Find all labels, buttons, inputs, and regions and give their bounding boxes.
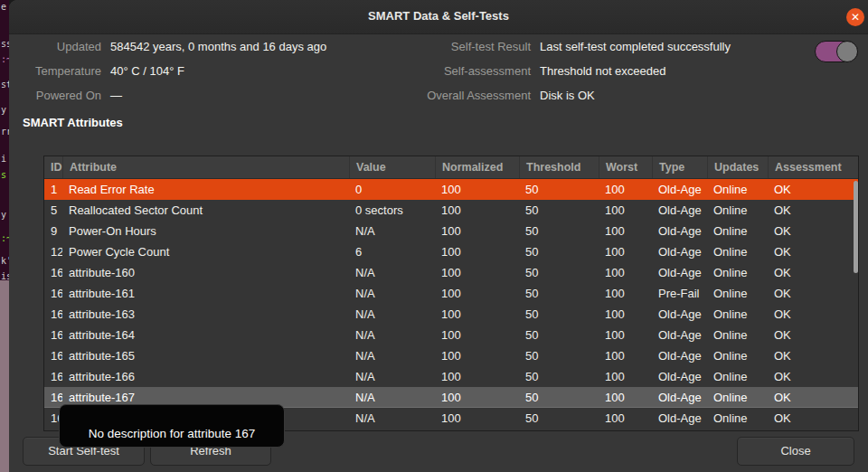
smart-attributes-heading: SMART Attributes bbox=[23, 116, 123, 129]
cell-attribute: attribute-160 bbox=[62, 262, 349, 283]
cell-worst: 100 bbox=[599, 200, 652, 221]
cell-id: 165 bbox=[44, 345, 62, 366]
col-header-threshold[interactable]: Threshold bbox=[519, 156, 599, 178]
close-icon[interactable]: ✕ bbox=[846, 8, 864, 26]
close-button[interactable]: Close bbox=[737, 437, 854, 466]
cell-id: 5 bbox=[44, 200, 62, 221]
cell-id: 161 bbox=[44, 283, 62, 304]
cell-assessment: OK bbox=[768, 241, 858, 262]
cell-worst: 100 bbox=[599, 366, 652, 387]
self-assessment-value: Threshold not exceeded bbox=[540, 64, 811, 78]
col-header-type[interactable]: Type bbox=[652, 156, 707, 178]
table-row[interactable]: 164 attribute-164 N/A 100 50 100 Old-Age… bbox=[44, 325, 858, 345]
smart-enabled-toggle[interactable] bbox=[815, 41, 858, 62]
cell-assessment: OK bbox=[768, 304, 858, 325]
cell-id: 164 bbox=[44, 325, 62, 345]
cell-assessment: OK bbox=[768, 179, 858, 200]
cell-threshold: 50 bbox=[519, 325, 599, 345]
table-row[interactable]: 5 Reallocated Sector Count 0 sectors 100… bbox=[44, 200, 858, 221]
cell-updates: Online bbox=[707, 304, 768, 325]
cell-worst: 100 bbox=[599, 304, 652, 325]
cell-updates: Online bbox=[707, 408, 768, 429]
cell-assessment: OK bbox=[768, 200, 858, 221]
cell-worst: 100 bbox=[599, 221, 652, 241]
cell-updates: Online bbox=[707, 366, 768, 387]
smart-attributes-table: ID Attribute Value Normalized Threshold … bbox=[43, 156, 859, 431]
col-header-normalized[interactable]: Normalized bbox=[435, 156, 519, 178]
col-header-attribute[interactable]: Attribute bbox=[62, 156, 349, 178]
col-header-id[interactable]: ID bbox=[44, 156, 62, 178]
cell-worst: 100 bbox=[599, 345, 652, 366]
cell-value: N/A bbox=[349, 366, 435, 387]
toggle-knob bbox=[836, 41, 858, 62]
cell-attribute: Reallocated Sector Count bbox=[62, 200, 349, 221]
cell-id: 12 bbox=[44, 241, 62, 262]
cell-updates: Online bbox=[707, 262, 768, 283]
cell-type: Old-Age bbox=[652, 179, 707, 200]
temperature-label: Temperature bbox=[11, 64, 101, 78]
cell-assessment: OK bbox=[768, 325, 858, 345]
cell-type: Old-Age bbox=[652, 408, 707, 429]
cell-threshold: 50 bbox=[519, 179, 599, 200]
cell-value: 6 bbox=[349, 241, 435, 262]
table-row[interactable]: 161 attribute-161 N/A 100 50 100 Pre-Fai… bbox=[44, 283, 858, 304]
overall-assessment-value: Disk is OK bbox=[540, 89, 811, 102]
cell-assessment: OK bbox=[768, 387, 858, 407]
cell-threshold: 50 bbox=[519, 262, 599, 283]
cell-assessment: OK bbox=[768, 366, 858, 387]
smart-dialog: SMART Data & Self-Tests ✕ Updated 584542… bbox=[9, 0, 868, 472]
cell-value: N/A bbox=[349, 283, 435, 304]
terminal-text-fragment: y bbox=[1, 105, 6, 116]
table-row[interactable]: 9 Power-On Hours N/A 100 50 100 Old-Age … bbox=[44, 221, 858, 241]
table-row[interactable]: 12 Power Cycle Count 6 100 50 100 Old-Ag… bbox=[44, 241, 858, 262]
cell-type: Old-Age bbox=[652, 387, 707, 407]
cell-updates: Online bbox=[707, 179, 768, 200]
table-row[interactable]: 166 attribute-166 N/A 100 50 100 Old-Age… bbox=[44, 366, 858, 387]
table-scrollbar[interactable] bbox=[854, 181, 858, 273]
cell-threshold: 50 bbox=[519, 387, 599, 407]
cell-value: 0 bbox=[349, 179, 435, 200]
background-wallpaper bbox=[0, 280, 9, 472]
cell-value: 0 sectors bbox=[349, 200, 435, 221]
cell-type: Old-Age bbox=[652, 241, 707, 262]
col-header-value[interactable]: Value bbox=[349, 156, 435, 178]
col-header-assessment[interactable]: Assessment bbox=[768, 156, 858, 178]
cell-worst: 100 bbox=[599, 283, 652, 304]
terminal-text-fragment: i bbox=[1, 154, 6, 165]
cell-worst: 100 bbox=[599, 179, 652, 200]
cell-normalized: 100 bbox=[435, 241, 519, 262]
cell-attribute: Power Cycle Count bbox=[62, 241, 349, 262]
cell-id: 167 bbox=[44, 387, 62, 407]
cell-normalized: 100 bbox=[435, 387, 519, 407]
cell-assessment: OK bbox=[768, 283, 858, 304]
titlebar[interactable]: SMART Data & Self-Tests ✕ bbox=[9, 0, 868, 34]
cell-value: N/A bbox=[349, 325, 435, 345]
cell-type: Old-Age bbox=[652, 325, 707, 345]
cell-type: Old-Age bbox=[652, 304, 707, 325]
cell-threshold: 50 bbox=[519, 366, 599, 387]
terminal-text-fragment: y bbox=[1, 210, 6, 221]
cell-assessment: OK bbox=[768, 345, 858, 366]
terminal-text-fragment: e bbox=[1, 2, 6, 13]
table-row[interactable]: 165 attribute-165 N/A 100 50 100 Old-Age… bbox=[44, 345, 858, 366]
cell-value: N/A bbox=[349, 345, 435, 366]
selftest-result-label: Self-test Result bbox=[362, 40, 531, 53]
cell-threshold: 50 bbox=[519, 283, 599, 304]
col-header-worst[interactable]: Worst bbox=[599, 156, 652, 178]
cell-assessment: OK bbox=[768, 408, 858, 429]
cell-id: 160 bbox=[44, 262, 62, 283]
table-row[interactable]: 163 attribute-163 N/A 100 50 100 Old-Age… bbox=[44, 304, 858, 325]
cell-type: Old-Age bbox=[652, 221, 707, 241]
table-row[interactable]: 1 Read Error Rate 0 100 50 100 Old-Age O… bbox=[44, 179, 858, 200]
cell-value: N/A bbox=[349, 408, 435, 429]
cell-value: N/A bbox=[349, 262, 435, 283]
cell-worst: 100 bbox=[599, 387, 652, 407]
table-row[interactable]: 160 attribute-160 N/A 100 50 100 Old-Age… bbox=[44, 262, 858, 283]
cell-updates: Online bbox=[707, 345, 768, 366]
self-assessment-label: Self-assessment bbox=[362, 64, 531, 78]
cell-id: 163 bbox=[44, 304, 62, 325]
cell-updates: Online bbox=[707, 200, 768, 221]
cell-normalized: 100 bbox=[435, 325, 519, 345]
cell-normalized: 100 bbox=[435, 262, 519, 283]
col-header-updates[interactable]: Updates bbox=[707, 156, 768, 178]
